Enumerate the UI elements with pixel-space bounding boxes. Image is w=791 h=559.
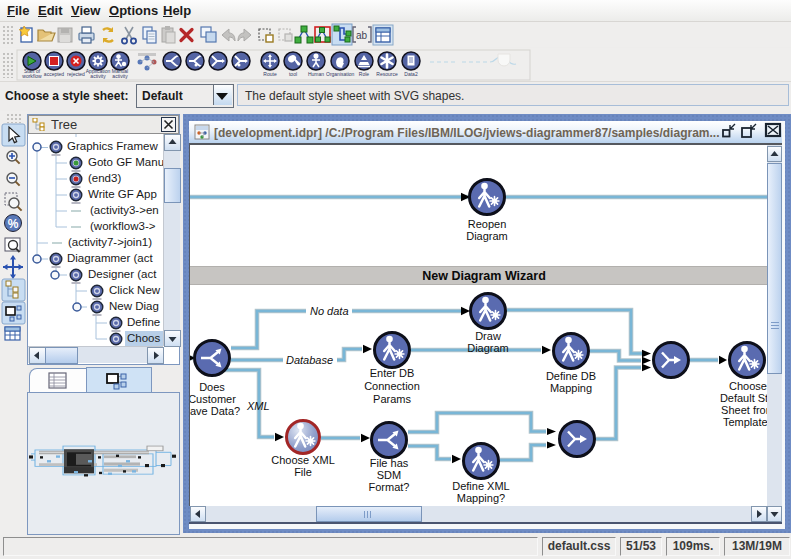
svg-text:File has: File has: [370, 457, 409, 469]
svg-text:ab: ab: [356, 30, 368, 41]
svg-text:Mapping: Mapping: [550, 382, 592, 394]
svg-text:Reopen: Reopen: [468, 218, 507, 230]
svg-text:No data: No data: [310, 305, 349, 317]
svg-text:%: %: [8, 217, 19, 231]
svg-text:SDM: SDM: [377, 469, 401, 481]
svg-text:XML: XML: [246, 400, 270, 412]
svg-text:Connection: Connection: [364, 380, 420, 392]
svg-text:Draw: Draw: [475, 330, 501, 342]
svg-text:Default Styl: Default Styl: [720, 392, 767, 404]
svg-text:Define DB: Define DB: [546, 370, 596, 382]
svg-text:Define XML: Define XML: [452, 480, 509, 492]
svg-text:Templates: Templates: [723, 416, 767, 428]
svg-text:Customer: Customer: [190, 393, 236, 405]
svg-text:Params: Params: [373, 393, 411, 405]
svg-text:File: File: [294, 466, 312, 478]
svg-text:Choose: Choose: [729, 380, 767, 392]
svg-text:Diagram: Diagram: [466, 230, 508, 242]
svg-text:Does: Does: [199, 381, 225, 393]
svg-text:have Data?: have Data?: [190, 405, 240, 417]
svg-text:Database: Database: [286, 354, 333, 366]
svg-text:New Diagram Wizard: New Diagram Wizard: [422, 269, 546, 283]
svg-text:Choose XML: Choose XML: [271, 454, 335, 466]
svg-text:Format?: Format?: [369, 481, 410, 493]
svg-text:Enter DB: Enter DB: [370, 367, 415, 379]
svg-text:Mapping?: Mapping?: [457, 492, 505, 504]
svg-text:Diagram: Diagram: [467, 342, 509, 354]
svg-text:Sheet from: Sheet from: [721, 404, 767, 416]
